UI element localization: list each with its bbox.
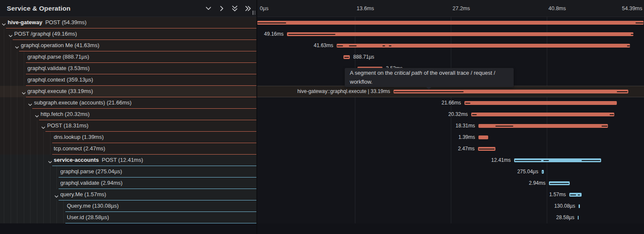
tree-row[interactable]: graphql.parse (275.04µs): [0, 166, 256, 178]
tree-row[interactable]: graphql.parse (888.71µs): [0, 51, 256, 63]
timeline-row[interactable]: 1.39ms: [257, 132, 644, 143]
span-name-label: POST (18.31ms): [47, 120, 88, 132]
span-duration-label: hive-gateway::graphql.execute | 33.19ms: [297, 86, 390, 97]
chevron-down-icon[interactable]: [54, 193, 59, 197]
timeline-row[interactable]: 2.47ms: [257, 143, 644, 155]
critical-path-segment: [602, 126, 607, 127]
timeline-row[interactable]: 20.32ms: [257, 109, 644, 120]
tree-row[interactable]: graphql.context (359.13µs): [0, 74, 256, 86]
tree-row[interactable]: hive-gatewayPOST (54.39ms): [0, 17, 256, 28]
tree-row[interactable]: graphql.validate (2.94ms): [0, 178, 256, 189]
timeline-row[interactable]: 41.63ms: [257, 40, 644, 51]
span-bar[interactable]: [579, 204, 580, 208]
indent-guide: [17, 74, 17, 86]
span-bar[interactable]: [478, 135, 488, 139]
span-bar[interactable]: [464, 101, 617, 105]
indent-guide: [37, 155, 37, 166]
span-bar[interactable]: [514, 158, 601, 162]
span-name-label: User.id (28.58µs): [67, 212, 109, 223]
timeline-row[interactable]: 130.08µs: [257, 200, 644, 212]
indent-guide: [24, 51, 24, 63]
header-bar: Service & Operation 0µs13.6ms27.2ms40.8m…: [0, 0, 644, 17]
timeline-row[interactable]: 275.04µs: [257, 166, 644, 178]
double-chevron-down-icon[interactable]: [231, 5, 238, 12]
indent-guide: [11, 155, 11, 166]
tooltip-arrow: [426, 87, 431, 90]
indent-guide: [30, 178, 31, 189]
span-bar[interactable]: [471, 113, 614, 116]
indent-guide: [56, 212, 57, 223]
indent-guide: [4, 74, 4, 86]
timeline-row[interactable]: hive-gateway::graphql.execute | 33.19ms: [257, 86, 644, 97]
span-bar[interactable]: [569, 193, 582, 197]
tree-row[interactable]: tcp.connect (2.47ms): [0, 143, 256, 155]
indent-guide: [30, 120, 31, 132]
timeline-row[interactable]: [257, 17, 644, 28]
indent-guide: [11, 132, 11, 143]
indent-guide: [11, 212, 11, 223]
indent-guide: [50, 200, 51, 212]
span-bar[interactable]: [578, 216, 579, 220]
chevron-right-icon[interactable]: [218, 5, 225, 12]
timeline-row[interactable]: 49.16ms: [257, 28, 644, 40]
indent-guide: [4, 155, 4, 166]
service-name: service-accounts: [54, 157, 99, 163]
span-bar[interactable]: [549, 181, 570, 185]
panel-resize-handle[interactable]: [253, 11, 255, 15]
chevron-down-icon[interactable]: [8, 32, 13, 37]
indent-guide: [17, 212, 17, 223]
span-bar[interactable]: [394, 90, 628, 93]
timeline-row[interactable]: 12.41ms: [257, 155, 644, 166]
span-bar[interactable]: [478, 147, 495, 151]
indent-guide: [50, 143, 51, 155]
span-bar[interactable]: [257, 21, 644, 25]
indent-guide: [43, 212, 44, 223]
timeline-tick: 27.2ms: [453, 0, 470, 17]
span-bar[interactable]: [287, 32, 633, 36]
critical-path-segment: [465, 103, 470, 104]
timeline-row[interactable]: 28.58µs: [257, 212, 644, 223]
tree-row[interactable]: POST /graphql (49.16ms): [0, 28, 256, 40]
indent-guide: [37, 132, 37, 143]
chevron-down-icon[interactable]: [2, 21, 6, 25]
span-name-label: query.Me (1.57ms): [60, 189, 106, 200]
timeline-row[interactable]: 2.94ms: [257, 178, 644, 189]
tree-row[interactable]: graphql.execute (33.19ms): [0, 86, 256, 97]
timeline-row[interactable]: 21.66ms: [257, 97, 644, 109]
panel-divider[interactable]: [256, 0, 257, 234]
span-bar[interactable]: [343, 55, 350, 59]
tooltip-text: A segment on the: [350, 70, 394, 76]
timeline-row[interactable]: 1.57ms: [257, 189, 644, 200]
tree-row[interactable]: query.Me (1.57ms): [0, 189, 256, 200]
chevron-down-icon[interactable]: [35, 113, 39, 117]
tree-row[interactable]: User.id (28.58µs): [0, 212, 256, 223]
indent-guide: [24, 189, 24, 200]
indent-guide: [4, 143, 4, 155]
indent-guide: [43, 166, 44, 178]
chevron-down-icon[interactable]: [28, 101, 32, 105]
timeline-row[interactable]: 888.71µs: [257, 51, 644, 63]
span-duration-label: 275.04µs: [517, 166, 538, 178]
tree-row[interactable]: graphql.validate (3.53ms): [0, 63, 256, 74]
tree-row[interactable]: dns.lookup (1.39ms): [0, 132, 256, 143]
indent-guide: [24, 63, 24, 74]
double-chevron-right-icon[interactable]: [245, 5, 251, 12]
tree-row[interactable]: http.fetch (20.32ms): [0, 109, 256, 120]
span-bar[interactable]: [542, 170, 544, 174]
tree-row[interactable]: service-accountsPOST (12.41ms): [0, 155, 256, 166]
tree-row[interactable]: POST (18.31ms): [0, 120, 256, 132]
indent-guide: [4, 200, 4, 212]
chevron-down-icon[interactable]: [48, 158, 52, 163]
tree-row[interactable]: subgraph.execute (accounts) (21.66ms): [0, 97, 256, 109]
chevron-down-icon[interactable]: [22, 90, 26, 94]
chevron-down-icon[interactable]: [41, 124, 45, 128]
indent-guide: [24, 143, 24, 155]
span-bar[interactable]: [337, 44, 630, 48]
chevron-down-icon[interactable]: [15, 44, 19, 48]
tree-row[interactable]: graphql.operation Me (41.63ms): [0, 40, 256, 51]
chevron-down-icon[interactable]: [205, 5, 212, 12]
critical-path-segment: [479, 149, 495, 149]
tree-row[interactable]: Query.me (130.08µs): [0, 200, 256, 212]
span-bar[interactable]: [478, 124, 608, 128]
timeline-row[interactable]: 18.31ms: [257, 120, 644, 132]
